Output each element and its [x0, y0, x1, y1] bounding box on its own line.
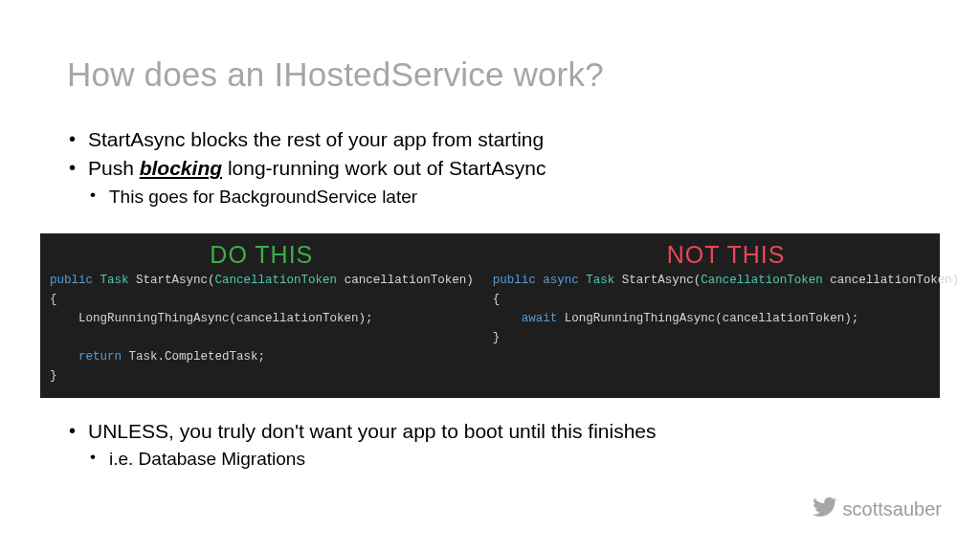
bullet-2: Push blocking long-running work out of S… [67, 155, 932, 209]
bullet-1: StartAsync blocks the rest of your app f… [67, 126, 932, 153]
bullet-3: UNLESS, you truly don't want your app to… [67, 417, 932, 472]
not-this-header: NOT THIS [493, 241, 960, 269]
bullet-2-pre: Push [88, 157, 140, 179]
bullet-2-post: long-running work out of StartAsync [222, 157, 546, 179]
bullet-2-sub: This goes for BackgroundService later [88, 185, 932, 209]
twitter-handle: scottsauber [813, 495, 942, 524]
code-left: public Task StartAsync(CancellationToken… [50, 271, 474, 386]
bullet-2-emph: blocking [140, 157, 222, 179]
twitter-handle-text: scottsauber [843, 498, 942, 520]
slide: How does an IHostedService work? StartAs… [0, 0, 980, 551]
code-left-column: DO THIS public Task StartAsync(Cancellat… [40, 233, 483, 398]
content-bottom: UNLESS, you truly don't want your app to… [67, 417, 932, 472]
code-right: public async Task StartAsync(Cancellatio… [493, 271, 960, 347]
twitter-icon [813, 495, 837, 524]
do-this-header: DO THIS [50, 241, 474, 269]
code-comparison: DO THIS public Task StartAsync(Cancellat… [40, 233, 940, 398]
bullet-3-sub: i.e. Database Migrations [88, 447, 932, 472]
content-top: StartAsync blocks the rest of your app f… [67, 126, 932, 210]
slide-title: How does an IHostedService work? [67, 55, 604, 94]
code-right-column: NOT THIS public async Task StartAsync(Ca… [483, 233, 969, 398]
